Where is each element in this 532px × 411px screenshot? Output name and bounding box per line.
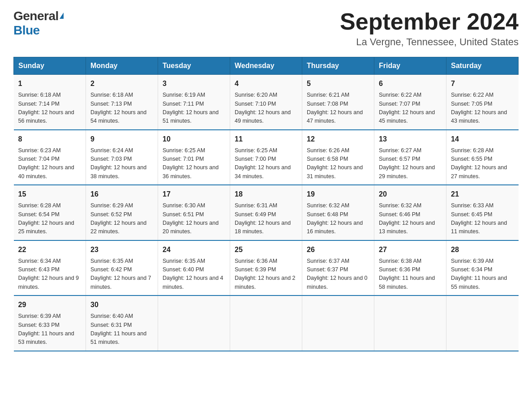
day-number: 1 [18, 78, 82, 89]
day-info: Sunrise: 6:38 AMSunset: 6:36 PMDaylight:… [379, 257, 442, 292]
calendar-day-cell: 26Sunrise: 6:37 AMSunset: 6:37 PMDayligh… [302, 240, 374, 296]
calendar-day-cell: 12Sunrise: 6:26 AMSunset: 6:58 PMDayligh… [302, 130, 374, 185]
calendar-subtitle: La Vergne, Tennessee, United States [340, 36, 519, 48]
day-info: Sunrise: 6:40 AMSunset: 6:31 PMDaylight:… [90, 312, 153, 347]
calendar-week-row: 22Sunrise: 6:34 AMSunset: 6:43 PMDayligh… [14, 240, 519, 296]
calendar-header-row: SundayMondayTuesdayWednesdayThursdayFrid… [14, 57, 519, 75]
calendar-day-cell: 9Sunrise: 6:24 AMSunset: 7:03 PMDaylight… [86, 130, 158, 185]
day-number: 5 [307, 78, 369, 89]
day-info: Sunrise: 6:35 AMSunset: 6:40 PMDaylight:… [163, 257, 225, 292]
day-number: 18 [235, 189, 297, 200]
calendar-day-cell: 2Sunrise: 6:18 AMSunset: 7:13 PMDaylight… [86, 75, 158, 130]
day-number: 17 [163, 189, 225, 200]
day-info: Sunrise: 6:21 AMSunset: 7:08 PMDaylight:… [307, 91, 369, 126]
day-info: Sunrise: 6:28 AMSunset: 6:55 PMDaylight:… [451, 146, 514, 181]
day-of-week-header: Monday [86, 57, 158, 75]
calendar-day-cell [230, 295, 302, 351]
calendar-day-cell: 17Sunrise: 6:30 AMSunset: 6:51 PMDayligh… [158, 185, 230, 240]
calendar-day-cell: 3Sunrise: 6:19 AMSunset: 7:11 PMDaylight… [158, 75, 230, 130]
calendar-day-cell: 6Sunrise: 6:22 AMSunset: 7:07 PMDaylight… [374, 75, 446, 130]
day-info: Sunrise: 6:33 AMSunset: 6:45 PMDaylight:… [451, 201, 514, 236]
day-info: Sunrise: 6:29 AMSunset: 6:52 PMDaylight:… [90, 201, 153, 236]
day-number: 10 [163, 134, 225, 145]
calendar-day-cell: 28Sunrise: 6:39 AMSunset: 6:34 PMDayligh… [446, 240, 519, 296]
calendar-day-cell: 18Sunrise: 6:31 AMSunset: 6:49 PMDayligh… [230, 185, 302, 240]
day-info: Sunrise: 6:22 AMSunset: 7:07 PMDaylight:… [379, 91, 442, 126]
day-number: 8 [18, 134, 82, 145]
calendar-day-cell: 19Sunrise: 6:32 AMSunset: 6:48 PMDayligh… [302, 185, 374, 240]
day-info: Sunrise: 6:24 AMSunset: 7:03 PMDaylight:… [90, 146, 153, 181]
day-number: 4 [235, 78, 297, 89]
calendar-day-cell: 8Sunrise: 6:23 AMSunset: 7:04 PMDaylight… [14, 130, 86, 185]
day-info: Sunrise: 6:20 AMSunset: 7:10 PMDaylight:… [235, 91, 297, 126]
calendar-day-cell [374, 295, 446, 351]
calendar-day-cell: 10Sunrise: 6:25 AMSunset: 7:01 PMDayligh… [158, 130, 230, 185]
day-info: Sunrise: 6:18 AMSunset: 7:13 PMDaylight:… [90, 91, 153, 126]
day-number: 14 [451, 134, 514, 145]
day-number: 19 [307, 189, 369, 200]
logo-general-text: General [13, 9, 59, 23]
day-of-week-header: Sunday [14, 57, 86, 75]
day-info: Sunrise: 6:27 AMSunset: 6:57 PMDaylight:… [379, 146, 442, 181]
day-info: Sunrise: 6:34 AMSunset: 6:43 PMDaylight:… [18, 257, 82, 292]
day-number: 28 [451, 244, 514, 255]
day-info: Sunrise: 6:26 AMSunset: 6:58 PMDaylight:… [307, 146, 369, 181]
calendar-day-cell: 21Sunrise: 6:33 AMSunset: 6:45 PMDayligh… [446, 185, 519, 240]
calendar-title: September 2024 [340, 9, 519, 34]
calendar-day-cell [446, 295, 519, 351]
day-number: 13 [379, 134, 442, 145]
day-number: 11 [235, 134, 297, 145]
calendar-day-cell: 29Sunrise: 6:39 AMSunset: 6:33 PMDayligh… [14, 295, 86, 351]
day-info: Sunrise: 6:19 AMSunset: 7:11 PMDaylight:… [163, 91, 225, 126]
calendar-day-cell [302, 295, 374, 351]
day-number: 25 [235, 244, 297, 255]
day-number: 20 [379, 189, 442, 200]
day-info: Sunrise: 6:25 AMSunset: 7:00 PMDaylight:… [235, 146, 297, 181]
day-number: 23 [90, 244, 153, 255]
day-of-week-header: Tuesday [158, 57, 230, 75]
day-number: 27 [379, 244, 442, 255]
day-number: 7 [451, 78, 514, 89]
calendar-day-cell [158, 295, 230, 351]
day-info: Sunrise: 6:37 AMSunset: 6:37 PMDaylight:… [307, 257, 369, 292]
calendar-day-cell: 20Sunrise: 6:32 AMSunset: 6:46 PMDayligh… [374, 185, 446, 240]
day-info: Sunrise: 6:35 AMSunset: 6:42 PMDaylight:… [90, 257, 153, 292]
calendar-week-row: 1Sunrise: 6:18 AMSunset: 7:14 PMDaylight… [14, 75, 519, 130]
calendar-day-cell: 13Sunrise: 6:27 AMSunset: 6:57 PMDayligh… [374, 130, 446, 185]
day-of-week-header: Thursday [302, 57, 374, 75]
day-info: Sunrise: 6:28 AMSunset: 6:54 PMDaylight:… [18, 201, 82, 236]
calendar-day-cell: 22Sunrise: 6:34 AMSunset: 6:43 PMDayligh… [14, 240, 86, 296]
day-of-week-header: Saturday [446, 57, 519, 75]
calendar-day-cell: 27Sunrise: 6:38 AMSunset: 6:36 PMDayligh… [374, 240, 446, 296]
day-number: 12 [307, 134, 369, 145]
day-number: 26 [307, 244, 369, 255]
calendar-day-cell: 24Sunrise: 6:35 AMSunset: 6:40 PMDayligh… [158, 240, 230, 296]
calendar-week-row: 15Sunrise: 6:28 AMSunset: 6:54 PMDayligh… [14, 185, 519, 240]
day-info: Sunrise: 6:30 AMSunset: 6:51 PMDaylight:… [163, 201, 225, 236]
calendar-day-cell: 16Sunrise: 6:29 AMSunset: 6:52 PMDayligh… [86, 185, 158, 240]
logo-triangle-icon [60, 13, 64, 19]
calendar-day-cell: 15Sunrise: 6:28 AMSunset: 6:54 PMDayligh… [14, 185, 86, 240]
day-info: Sunrise: 6:39 AMSunset: 6:34 PMDaylight:… [451, 257, 514, 292]
calendar-day-cell: 23Sunrise: 6:35 AMSunset: 6:42 PMDayligh… [86, 240, 158, 296]
calendar-day-cell: 7Sunrise: 6:22 AMSunset: 7:05 PMDaylight… [446, 75, 519, 130]
page-header: General Blue September 2024 La Vergne, T… [13, 9, 519, 48]
day-info: Sunrise: 6:22 AMSunset: 7:05 PMDaylight:… [451, 91, 514, 126]
day-number: 29 [18, 300, 82, 310]
calendar-day-cell: 4Sunrise: 6:20 AMSunset: 7:10 PMDaylight… [230, 75, 302, 130]
day-number: 22 [18, 244, 82, 255]
calendar-day-cell: 25Sunrise: 6:36 AMSunset: 6:39 PMDayligh… [230, 240, 302, 296]
day-info: Sunrise: 6:23 AMSunset: 7:04 PMDaylight:… [18, 146, 82, 181]
day-number: 24 [163, 244, 225, 255]
day-info: Sunrise: 6:32 AMSunset: 6:46 PMDaylight:… [379, 201, 442, 236]
logo: General Blue [13, 9, 64, 38]
day-of-week-header: Wednesday [230, 57, 302, 75]
day-info: Sunrise: 6:25 AMSunset: 7:01 PMDaylight:… [163, 146, 225, 181]
day-number: 3 [163, 78, 225, 89]
calendar-week-row: 29Sunrise: 6:39 AMSunset: 6:33 PMDayligh… [14, 295, 519, 351]
calendar-day-cell: 11Sunrise: 6:25 AMSunset: 7:00 PMDayligh… [230, 130, 302, 185]
day-number: 6 [379, 78, 442, 89]
calendar-table: SundayMondayTuesdayWednesdayThursdayFrid… [13, 57, 519, 351]
calendar-day-cell: 5Sunrise: 6:21 AMSunset: 7:08 PMDaylight… [302, 75, 374, 130]
day-info: Sunrise: 6:18 AMSunset: 7:14 PMDaylight:… [18, 91, 82, 126]
